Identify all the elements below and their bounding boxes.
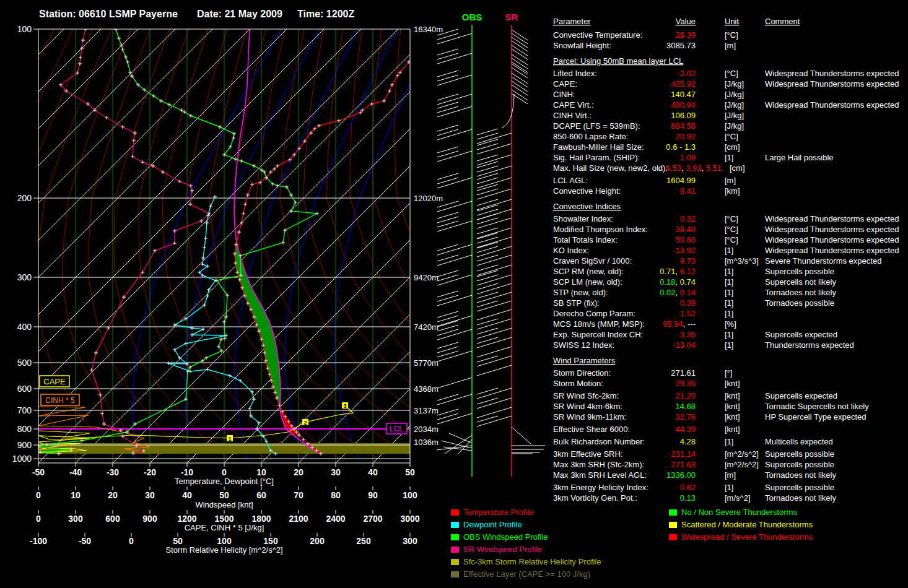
param-value: -13.04 [673, 340, 696, 350]
param-label: Convective Height: [553, 186, 621, 196]
param-value: 106.09 [671, 111, 696, 120]
temperature-profile-markers [233, 60, 411, 456]
param-value: 271.63 [671, 460, 696, 469]
height-label: 4368m [414, 384, 439, 394]
height-label: 5770m [414, 358, 439, 368]
srh-axis-tick-label: 100 [217, 536, 232, 546]
param-unit: [°] [725, 368, 732, 378]
param-comment: Supercells possible [765, 460, 834, 469]
param-label: Total Totals Index: [553, 235, 618, 244]
legend-label: OBS Windspeed Profile [463, 532, 548, 542]
param-label: DCAPE (LFS = 539mB): [553, 121, 640, 131]
legend-label: Dewpoint Profile [463, 520, 522, 529]
isotherm [0, 29, 175, 463]
pressure-label: 100 [17, 24, 32, 34]
param-unit: [m^2/s^2] [725, 460, 759, 469]
table-section-title: Convective Indices [553, 202, 621, 211]
srh-axis-tick-label: 50 [173, 536, 183, 546]
legend-label: Widespread / Severe Thunderstorms [681, 532, 813, 542]
param-value: 1336.00 [666, 470, 696, 480]
param-unit: [1] [725, 298, 733, 308]
windspeed-axis-tick-label: 20 [108, 490, 118, 500]
legend-swatch [451, 571, 459, 577]
temp-axis-title: Temperature, Dewpoint [°C] [175, 477, 274, 486]
param-unit: [1] [725, 288, 733, 297]
header-date: Date: 21 May 2009 [197, 9, 282, 19]
param-value: 1.08 [680, 153, 696, 162]
param-comment: Supercells possible [765, 449, 834, 459]
param-unit: [knt] [725, 412, 740, 422]
param-comment: Multicells expected [765, 437, 833, 446]
param-label: 3km Energy Helicity Index: [553, 483, 648, 492]
legend-swatch [451, 547, 459, 553]
param-value: 1.52 [680, 309, 696, 318]
param-unit: [m/s^2] [725, 493, 751, 503]
param-comment: Supercells expected [765, 330, 837, 339]
param-label: Sig. Hail Param. (SHIP): [553, 153, 640, 162]
srh-km-marker-label: 2 [303, 420, 307, 426]
param-label: 3km Vorticity Gen. Pot.: [553, 493, 637, 503]
param-value: 231.14 [671, 449, 696, 459]
srh-axis-tick-label: -100 [30, 536, 47, 546]
param-label: Modified Thompson Index: [553, 225, 648, 234]
temp-axis-tick-label: -30 [107, 467, 119, 477]
param-label: Storm Direction: [553, 368, 611, 378]
skewt-app: 123CAPECINH * 5LCL1002003004005006007008… [0, 0, 908, 588]
cape-axis-tick-label: 2700 [363, 514, 382, 524]
param-label: SCP LM (new, old): [553, 277, 622, 287]
windspeed-axis-tick-label: 30 [145, 490, 155, 500]
temp-axis-tick-label: -50 [32, 467, 45, 477]
legend: Temperature ProfileDewpoint ProfileOBS W… [451, 508, 813, 579]
table-header-unit: Unit [725, 17, 740, 26]
isotherm [0, 29, 27, 463]
temp-axis-tick-label: 50 [405, 467, 415, 477]
cape-axis-tick-label: 1500 [214, 514, 234, 524]
height-label: 3137m [414, 406, 439, 415]
skewt-chart: 123CAPECINH * 5LCL1002003004005006007008… [0, 0, 908, 588]
param-unit: [1] [725, 330, 733, 339]
param-unit: [J/kg] [725, 79, 744, 89]
param-label: SR Wind 9km-11km: [553, 412, 626, 422]
param-comment: Large Hail possible [765, 153, 834, 162]
param-unit: [knt] [725, 425, 740, 434]
param-label: Bulk Richardson Number: [553, 437, 645, 446]
height-label: 7420m [414, 322, 439, 332]
pressure-label: 800 [17, 424, 32, 434]
param-value: 0.71, 6.12 [660, 267, 696, 276]
param-unit: [J/kg] [725, 100, 744, 110]
pressure-label: 900 [17, 440, 32, 450]
param-comment: Supercells possible [765, 267, 834, 276]
param-value: 1604.99 [666, 176, 696, 185]
param-value: 20.92 [675, 132, 696, 141]
param-value: 29.35 [675, 379, 696, 388]
param-unit: [m] [725, 176, 736, 185]
param-comment: Widespread Thunderstorms expected [765, 214, 899, 223]
cape-axis-tick-label: 1800 [251, 514, 271, 524]
param-value: -2.02 [677, 69, 696, 78]
temp-axis-tick-label: -40 [69, 467, 82, 477]
param-unit: [cm] [730, 163, 745, 173]
pressure-label: 500 [17, 358, 32, 368]
dry-adiabat [186, 29, 340, 459]
param-label: Exp. Supercell Index CH: [553, 330, 643, 339]
table-section-title: Wind Parameters [553, 356, 616, 365]
srh-axis-tick-label: 150 [263, 536, 278, 546]
param-value: 140.47 [671, 90, 696, 99]
dry-adiabat [280, 29, 489, 459]
height-label: 1036m [414, 438, 439, 447]
param-label: Max. Hail Size (new, new2, old): [553, 163, 668, 173]
param-value: 0.62 [680, 483, 696, 492]
dry-adiabat [233, 29, 414, 459]
param-label: SR Wind 4km-6km: [553, 402, 622, 411]
param-value: 21.20 [675, 391, 696, 400]
param-label: Storm Motion: [553, 379, 603, 388]
temp-axis-tick-label: -10 [181, 467, 193, 477]
windspeed-axis-tick-label: 90 [368, 490, 378, 500]
param-label: CAPE: [553, 79, 577, 89]
param-label: Max 3km SRH (Sfc-2km): [553, 460, 644, 469]
param-comment: Supercells possible [765, 483, 834, 492]
legend-swatch [669, 522, 677, 528]
temp-axis-tick-label: 40 [368, 467, 378, 477]
cape-axis-tick-label: 0 [36, 514, 41, 524]
height-label: 2034m [414, 425, 439, 434]
